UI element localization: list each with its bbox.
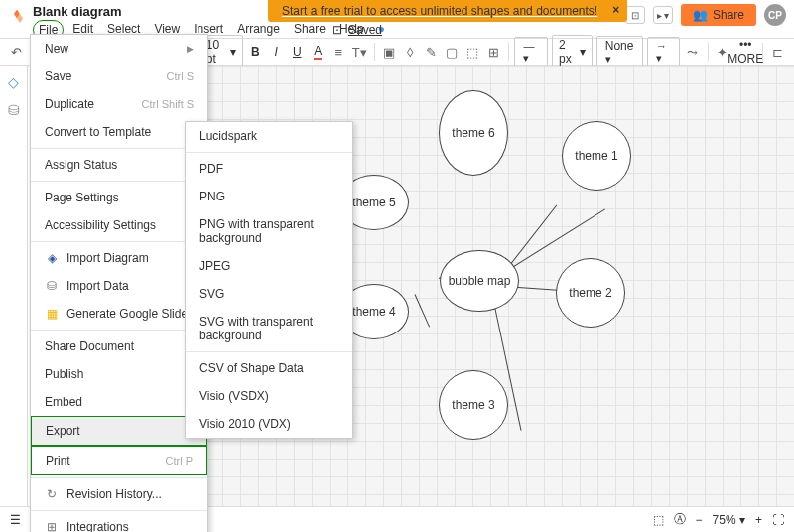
- export-pdf[interactable]: PDF: [186, 155, 352, 183]
- menu-import-diagram[interactable]: ◈Import Diagram▶: [31, 244, 207, 272]
- bucket-icon[interactable]: ◊: [402, 41, 419, 63]
- link-icon[interactable]: ⊞: [485, 41, 502, 63]
- avatar[interactable]: CP: [764, 4, 786, 26]
- stroke-width-input[interactable]: 2 px▾: [552, 35, 593, 68]
- bubble-t1[interactable]: theme 1: [562, 121, 631, 191]
- border-color-icon[interactable]: ✎: [423, 41, 440, 63]
- trial-banner[interactable]: Start a free trial to access unlimited s…: [268, 0, 627, 22]
- file-menu-dropdown: New▶ SaveCtrl S DuplicateCtrl Shift S Co…: [30, 34, 208, 532]
- zoom-in-button[interactable]: +: [755, 513, 762, 527]
- document-title[interactable]: Blank diagram: [33, 4, 122, 19]
- menu-share[interactable]: Share: [289, 20, 331, 40]
- menu-accessibility[interactable]: Accessibility Settings: [31, 211, 207, 239]
- export-jpeg[interactable]: JPEG: [186, 252, 352, 280]
- layers-icon[interactable]: ⬚: [464, 41, 481, 63]
- menu-assign-status[interactable]: Assign Status▶: [31, 151, 207, 179]
- saved-label: Saved: [348, 23, 382, 37]
- font-color-icon[interactable]: A: [310, 41, 327, 63]
- export-svg[interactable]: SVG: [186, 280, 352, 308]
- arrow-select[interactable]: → ▾: [647, 37, 681, 67]
- bubble-t6[interactable]: theme 6: [439, 90, 508, 176]
- route-icon[interactable]: ⤳: [684, 41, 701, 63]
- data-tab-icon[interactable]: ⛁: [5, 101, 23, 119]
- line-style-select[interactable]: — ▾: [514, 37, 548, 67]
- share-icon: 👥: [693, 8, 708, 22]
- menu-save[interactable]: SaveCtrl S: [31, 63, 207, 90]
- collapse-icon[interactable]: ⊏: [769, 41, 786, 63]
- fill-icon[interactable]: ▣: [381, 41, 398, 63]
- present-icon[interactable]: ▸ ▾: [653, 6, 673, 24]
- menu-google-slides: ▦Generate Google Slides: [31, 300, 207, 328]
- bubble-t2[interactable]: theme 2: [556, 258, 625, 328]
- export-vdx[interactable]: Visio 2010 (VDX): [186, 410, 352, 438]
- banner-text: Start a free trial to access unlimited s…: [282, 4, 597, 18]
- more-button[interactable]: •••MORE: [734, 41, 756, 63]
- export-submenu: Lucidspark PDF PNG PNG with transparent …: [185, 121, 353, 439]
- export-png-transparent[interactable]: PNG with transparent background: [186, 210, 352, 252]
- history-icon: ↻: [45, 487, 59, 501]
- menu-print[interactable]: PrintCtrl P: [31, 446, 207, 475]
- export-vsdx[interactable]: Visio (VSDX): [186, 382, 352, 410]
- db-icon: ⛁: [45, 279, 59, 293]
- shape-icon[interactable]: ▢: [444, 41, 461, 63]
- export-svg-transparent[interactable]: SVG with transparent background: [186, 308, 352, 349]
- export-png[interactable]: PNG: [186, 183, 352, 210]
- app-logo: [8, 8, 26, 26]
- left-rail: ◇ ⛁: [0, 66, 28, 506]
- list-view-icon[interactable]: ☰: [10, 513, 21, 527]
- menu-new[interactable]: New▶: [31, 35, 207, 63]
- layers-icon[interactable]: ⬚: [653, 513, 664, 527]
- menu-export[interactable]: Export▶: [31, 416, 207, 446]
- zoom-out-button[interactable]: −: [696, 513, 703, 527]
- menu-embed[interactable]: Embed: [31, 388, 207, 416]
- bubble-center[interactable]: bubble map: [440, 250, 519, 312]
- export-lucidspark[interactable]: Lucidspark: [186, 122, 352, 150]
- visio-icon: ◈: [45, 251, 59, 265]
- menu-convert-template[interactable]: Convert to Template: [31, 118, 207, 146]
- chevron-right-icon: ▶: [187, 44, 194, 54]
- bold-icon[interactable]: B: [247, 41, 264, 63]
- menu-integrations[interactable]: ⊞Integrations: [31, 513, 207, 532]
- align-icon[interactable]: ≡: [331, 41, 347, 63]
- shapes-tab-icon[interactable]: ◇: [5, 73, 23, 91]
- snap-icon[interactable]: Ⓐ: [674, 511, 686, 528]
- menu-publish[interactable]: Publish: [31, 360, 207, 388]
- text-options-icon[interactable]: T▾: [351, 41, 368, 63]
- integrations-icon: ⊞: [45, 520, 59, 532]
- italic-icon[interactable]: I: [268, 41, 285, 63]
- share-label: Share: [713, 8, 744, 22]
- close-icon[interactable]: ×: [612, 3, 619, 17]
- undo-icon[interactable]: ↶: [8, 41, 25, 63]
- fullscreen-icon[interactable]: ⛶: [772, 513, 784, 527]
- line-mode-select[interactable]: None ▾: [596, 36, 643, 68]
- stepper-icon: ▾: [230, 45, 236, 59]
- menu-revision-history[interactable]: ↻Revision History...: [31, 480, 207, 508]
- zoom-level[interactable]: 75% ▾: [713, 513, 745, 527]
- comments-icon[interactable]: ⊡: [625, 6, 645, 24]
- slides-icon: ▦: [45, 307, 59, 321]
- save-status: ⊡Saved: [332, 23, 382, 37]
- bubble-t3[interactable]: theme 3: [439, 370, 508, 440]
- menu-share-document[interactable]: Share Document: [31, 332, 207, 360]
- share-button[interactable]: 👥Share: [681, 4, 756, 26]
- cloud-icon: ⊡: [332, 23, 342, 37]
- menu-import-data[interactable]: ⛁Import Data: [31, 272, 207, 300]
- menu-duplicate[interactable]: DuplicateCtrl Shift S: [31, 90, 207, 118]
- menu-page-settings[interactable]: Page Settings: [31, 184, 207, 211]
- export-csv[interactable]: CSV of Shape Data: [186, 354, 352, 382]
- underline-icon[interactable]: U: [289, 41, 306, 63]
